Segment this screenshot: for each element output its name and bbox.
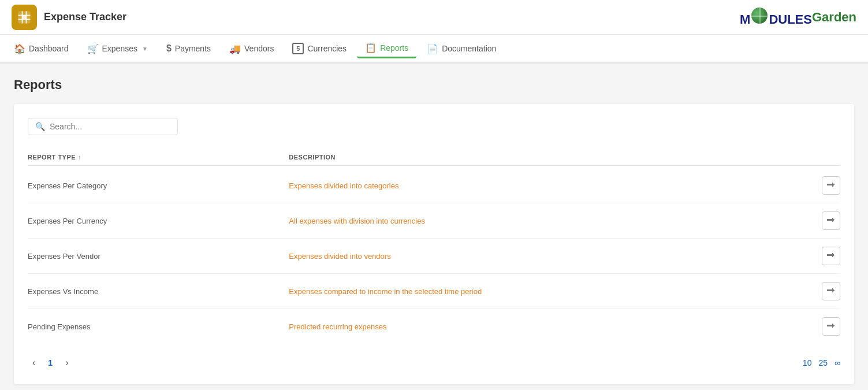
report-type-label: Expenses Per Currency [28,217,289,225]
report-description: Expenses divided into vendors [289,252,811,261]
report-type-label: Expenses Per Vendor [28,252,289,261]
view-report-button[interactable]: ⮕ [822,282,840,300]
view-report-button[interactable]: ⮕ [822,176,840,195]
header: Expense Tracker MDULES Garden [0,0,868,35]
header-left: Expense Tracker [12,5,126,30]
table-row: Expenses Per Vendor Expenses divided int… [28,239,840,274]
pagination-left: ‹ 1 › [28,355,73,370]
per-page-25[interactable]: 25 [818,358,828,367]
prev-page-button[interactable]: ‹ [28,355,40,370]
row-action: ⮕ [811,247,840,265]
app-title: Expense Tracker [44,11,126,23]
row-action: ⮕ [811,282,840,300]
view-report-button[interactable]: ⮕ [822,211,840,230]
pagination-right: 10 25 ∞ [803,358,840,367]
search-wrapper: 🔍 [28,118,178,135]
nav-label-dashboard: Dashboard [29,44,69,53]
table-body: Expenses Per Category Expenses divided i… [28,168,840,344]
report-description: Expenses divided into categories [289,181,811,190]
report-description: Predicted recurring expenses [289,322,811,331]
page-content: Reports 🔍 REPORT TYPE ↑ DESCRIPTION Expe… [0,64,868,390]
view-report-button[interactable]: ⮕ [822,247,840,265]
app-icon [12,5,37,30]
logo-garden-text: Garden [812,10,856,25]
per-page-infinity[interactable]: ∞ [835,358,840,367]
column-header-type[interactable]: REPORT TYPE ↑ [28,154,289,161]
nav-item-vendors[interactable]: 🚚 Vendors [221,40,282,58]
row-action: ⮕ [811,211,840,230]
search-input[interactable] [50,122,170,131]
document-icon: 📄 [427,43,438,54]
search-container: 🔍 [28,118,840,135]
table-header: REPORT TYPE ↑ DESCRIPTION [28,149,840,166]
svg-point-5 [23,15,27,19]
truck-icon: 🚚 [229,43,241,54]
modules-garden-logo: MDULES Garden [740,8,856,27]
view-report-button[interactable]: ⮕ [822,317,840,336]
home-icon: 🏠 [14,43,25,54]
report-type-label: Expenses Vs Income [28,287,289,296]
report-type-label: Expenses Per Category [28,181,289,190]
logo-modules-text: MDULES [740,8,812,27]
table-row: Expenses Per Category Expenses divided i… [28,168,840,203]
nav-item-payments[interactable]: $ Payments [158,40,219,57]
row-action: ⮕ [811,176,840,195]
report-description: Expenses compared to income in the selec… [289,287,811,296]
nav-label-reports: Reports [380,43,408,53]
report-description: All expenses with division into currenci… [289,217,811,225]
reports-card: 🔍 REPORT TYPE ↑ DESCRIPTION Expenses Per… [14,104,854,384]
nav-item-dashboard[interactable]: 🏠 Dashboard [6,40,77,58]
clipboard-icon: 📋 [365,42,377,53]
table-row: Expenses Per Currency All expenses with … [28,203,840,239]
row-action: ⮕ [811,317,840,336]
report-type-label: Pending Expenses [28,322,289,331]
cart-icon: 🛒 [87,43,99,54]
main-nav: 🏠 Dashboard 🛒 Expenses ▼ $ Payments 🚚 Ve… [0,35,868,64]
table-row: Pending Expenses Predicted recurring exp… [28,309,840,344]
logo-globe-icon [751,8,768,24]
next-page-button[interactable]: › [61,355,73,370]
nav-label-documentation: Documentation [442,44,496,53]
nav-label-currencies: Currencies [307,44,347,53]
app-icon-svg [16,9,32,25]
nav-item-documentation[interactable]: 📄 Documentation [419,40,504,58]
nav-label-vendors: Vendors [244,44,274,53]
page-title: Reports [14,77,854,92]
per-page-10[interactable]: 10 [803,358,812,367]
search-icon: 🔍 [35,122,45,131]
chevron-down-icon: ▼ [142,46,148,52]
nav-item-expenses[interactable]: 🛒 Expenses ▼ [79,40,156,58]
sort-arrow-icon: ↑ [78,154,81,161]
nav-item-currencies[interactable]: 5 Currencies [284,39,355,58]
dollar-icon: $ [166,43,172,54]
currency-icon: 5 [292,43,304,54]
table-row: Expenses Vs Income Expenses compared to … [28,274,840,309]
pagination: ‹ 1 › 10 25 ∞ [28,355,840,370]
current-page-number: 1 [44,357,56,369]
nav-item-reports[interactable]: 📋 Reports [357,39,416,58]
nav-label-expenses: Expenses [102,44,137,53]
nav-label-payments: Payments [175,44,211,53]
column-header-description: DESCRIPTION [289,154,811,161]
